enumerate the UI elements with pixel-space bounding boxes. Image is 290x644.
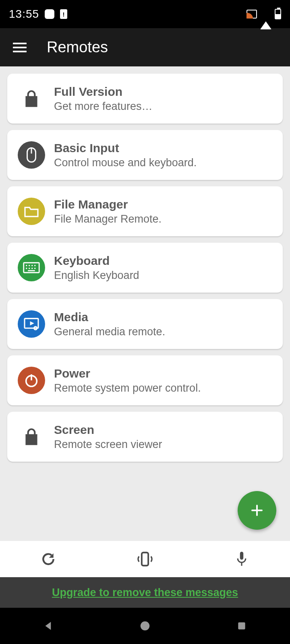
hamburger-icon <box>13 43 27 52</box>
item-title: File Manager <box>54 198 162 211</box>
item-subtitle: General media remote. <box>54 326 165 338</box>
battery-icon <box>275 9 281 19</box>
list-item-keyboard[interactable]: Keyboard English Keyboard <box>7 243 283 293</box>
svg-point-3 <box>26 265 27 266</box>
item-title: Basic Input <box>54 141 197 155</box>
list-item-file-manager[interactable]: File Manager File Manager Remote. <box>7 186 283 236</box>
svg-rect-16 <box>142 553 148 566</box>
svg-rect-19 <box>238 622 245 629</box>
cast-icon <box>246 10 257 19</box>
item-title: Power <box>54 367 201 380</box>
list-item-power[interactable]: Power Remote system power control. <box>7 355 283 405</box>
item-subtitle: Remote screen viewer <box>54 438 162 451</box>
item-subtitle: File Manager Remote. <box>54 213 162 225</box>
square-recent-icon <box>236 621 247 631</box>
nav-back-button[interactable] <box>40 618 56 634</box>
plus-icon <box>250 503 264 518</box>
phone-vibrate-icon <box>135 551 155 568</box>
svg-point-6 <box>34 265 36 266</box>
list-item-full-version[interactable]: Full Version Get more features… <box>7 74 283 124</box>
app-bar: Remotes <box>0 28 290 66</box>
microphone-icon <box>235 551 249 568</box>
lock-icon <box>21 88 41 109</box>
power-icon <box>18 367 45 394</box>
add-button[interactable] <box>238 491 276 530</box>
lock-icon <box>21 426 41 448</box>
page-title: Remotes <box>47 39 108 56</box>
menu-button[interactable] <box>7 35 32 60</box>
svg-point-4 <box>29 265 30 266</box>
svg-point-5 <box>31 265 33 266</box>
item-title: Full Version <box>54 85 153 99</box>
mouse-icon <box>18 141 45 169</box>
list-item-screen[interactable]: Screen Remote screen viewer <box>7 412 283 462</box>
circle-home-icon <box>139 620 151 632</box>
ad-banner: Upgrade to remove these messages <box>0 577 290 608</box>
wifi-icon <box>260 8 271 21</box>
alert-icon: ! <box>60 9 67 19</box>
refresh-icon <box>41 551 56 567</box>
upgrade-link[interactable]: Upgrade to remove these messages <box>52 586 238 599</box>
mic-button[interactable] <box>226 547 258 571</box>
svg-rect-11 <box>28 270 35 271</box>
keyboard-icon <box>18 254 45 281</box>
item-title: Keyboard <box>54 254 139 268</box>
svg-point-18 <box>141 621 150 631</box>
folder-icon <box>18 198 45 225</box>
vibrate-button[interactable] <box>129 547 161 571</box>
item-subtitle: English Keyboard <box>54 269 139 282</box>
item-subtitle: Remote system power control. <box>54 382 201 394</box>
svg-point-10 <box>34 268 36 269</box>
svg-point-8 <box>29 268 30 269</box>
list-item-media[interactable]: Media General media remote. <box>7 299 283 349</box>
status-bar: 13:55 ! <box>0 0 290 28</box>
media-icon <box>18 310 45 338</box>
notification-icon <box>45 9 54 19</box>
item-subtitle: Get more features… <box>54 100 153 113</box>
list-item-basic-input[interactable]: Basic Input Control mouse and keyboard. <box>7 130 283 180</box>
clock-text: 13:55 <box>9 8 39 21</box>
content-area: Full Version Get more features… Basic In… <box>0 66 290 541</box>
item-title: Media <box>54 310 165 324</box>
nav-recent-button[interactable] <box>234 618 250 634</box>
refresh-button[interactable] <box>32 547 64 571</box>
triangle-back-icon <box>42 620 54 632</box>
item-subtitle: Control mouse and keyboard. <box>54 157 197 169</box>
item-title: Screen <box>54 423 162 437</box>
svg-rect-17 <box>240 552 243 560</box>
bottom-toolbar <box>0 541 290 577</box>
svg-point-7 <box>26 268 27 269</box>
nav-home-button[interactable] <box>137 618 153 634</box>
svg-point-9 <box>31 268 33 269</box>
system-nav-bar <box>0 608 290 644</box>
